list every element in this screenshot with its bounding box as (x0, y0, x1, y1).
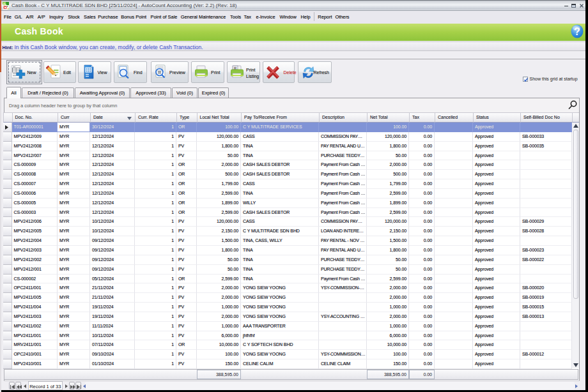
svg-text:?: ? (574, 26, 580, 37)
svg-text:R: R (234, 66, 236, 70)
